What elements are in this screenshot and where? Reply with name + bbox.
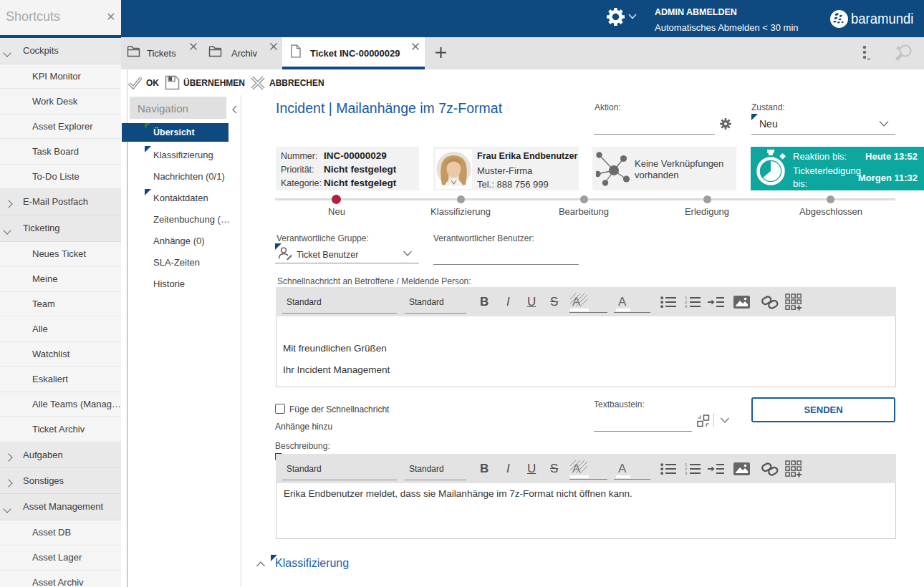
svg-text:3: 3 <box>685 471 688 475</box>
svg-text:3: 3 <box>685 304 688 309</box>
